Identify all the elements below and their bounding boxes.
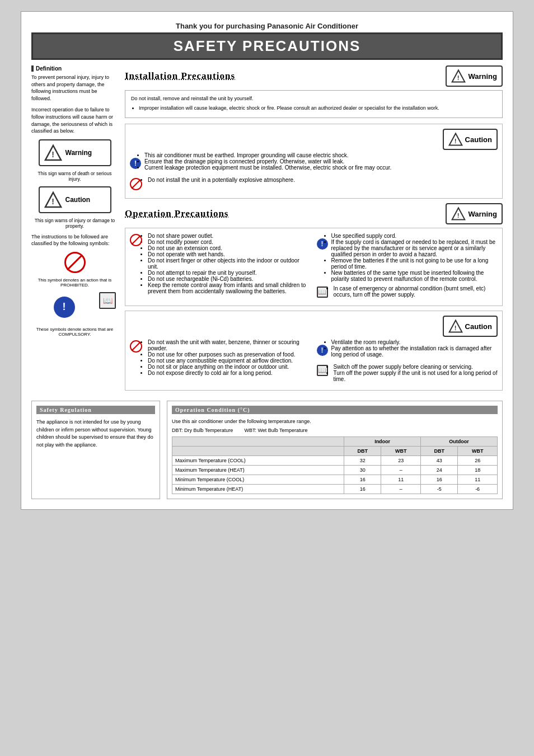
header-safety-title: SAFETY PRECAUTIONS — [31, 32, 503, 60]
main-layout: Definition To prevent personal injury, i… — [31, 65, 503, 395]
definition-title: Definition — [31, 65, 118, 72]
compulsory-book-icon: 📖 — [99, 292, 116, 309]
op-caution-label: Caution — [465, 322, 492, 331]
table-outdoor-dbt: DBT — [421, 447, 458, 456]
op-caut-right-items2: Switch off the power supply before clean… — [334, 364, 498, 382]
op-caut-left-row: Do not wash the unit with water, benzene… — [130, 339, 311, 376]
install-intro2: Improper installation will cause leakage… — [139, 105, 496, 112]
op-warn-left-row: Do not share power outlet. Do not modify… — [130, 233, 311, 294]
op-caut-right-row2: 📖 Switch off the power supply before cle… — [317, 364, 498, 382]
table-row: Minimum Temperature (HEAT) 16 – -5 -6 — [172, 485, 498, 494]
operation-warning-section: Do not share power outlet. Do not modify… — [125, 228, 503, 306]
row1-odbt: 24 — [421, 466, 458, 475]
row3-owbt: -6 — [458, 485, 498, 494]
header-thank-you: Thank you for purchasing Panasonic Air C… — [31, 22, 503, 30]
op-condition-intro: Use this air conditioner under the follo… — [172, 419, 498, 424]
table-outdoor-header: Outdoor — [421, 437, 498, 447]
op-caut-left-4: Do not expose directly to cold air for a… — [148, 370, 311, 376]
installation-caution-badge: ! Caution — [443, 129, 498, 150]
install-warning-icon: ! — [451, 69, 466, 83]
table-indoor-wbt: WBT — [381, 447, 421, 456]
operation-title: Operation Precautions — [125, 208, 228, 219]
row1-owbt: 18 — [458, 466, 498, 475]
op-warn-left-2: Do not use an extension cord. — [148, 245, 311, 251]
row0-odbt: 43 — [421, 456, 458, 466]
temperature-table: Indoor Outdoor DBT WBT DBT WBT Maximum T… — [172, 436, 498, 494]
op-caut-right2-0: Switch off the power supply before clean… — [334, 364, 498, 370]
install-caution-icon: ! — [448, 132, 463, 147]
dbt-label: DBT: Dry Bulb Temperature — [172, 428, 233, 433]
op-warn-right-items: Use specified supply cord. If the supply… — [331, 233, 498, 282]
row3-idbt: 16 — [344, 485, 381, 494]
op-warn-right-row: ! Use specified supply cord. If the supp… — [317, 233, 498, 282]
op-caut-left-2: Do not use any combustible equipment at … — [148, 358, 311, 364]
row3-label: Minimum Temperature (HEAT) — [172, 485, 344, 494]
op-warn-left-4: Do not insert finger or other objects in… — [148, 257, 311, 270]
svg-text:!: ! — [454, 138, 456, 144]
row3-odbt: -5 — [421, 485, 458, 494]
op-warn-emergency-item: In case of emergency or abnormal conditi… — [334, 285, 498, 298]
install-caution-item-1: Ensure that the drainage piping is conne… — [144, 158, 498, 165]
installation-title: Installation Precautions — [125, 71, 235, 82]
op-warn-right-0: Use specified supply cord. — [331, 233, 498, 239]
bottom-section: Safety Regulation The appliance is not i… — [31, 401, 503, 499]
install-caution-item-3-wrap: Do not install the unit in a potentially… — [148, 177, 498, 183]
installation-warning-box: Do not install, remove and reinstall the… — [125, 90, 503, 118]
row3-iwbt: – — [381, 485, 421, 494]
compulsory-icon-1: ! — [130, 153, 141, 173]
op-caut-left-0: Do not wash the unit with water, benzene… — [148, 339, 311, 351]
svg-text:!: ! — [51, 150, 54, 159]
row2-owbt: 11 — [458, 475, 498, 485]
definition-column: Definition To prevent personal injury, i… — [31, 65, 118, 395]
installation-caution-section: ! Caution ! This air conditioner must be… — [125, 124, 503, 199]
operation-header: Operation Precautions ! Warning — [125, 203, 503, 224]
install-intro1: Do not install, remove and reinstall the… — [131, 95, 496, 103]
op-warn-left-0: Do not share power outlet. — [148, 233, 311, 239]
row2-odbt: 16 — [421, 475, 458, 485]
op-warn-left-6: Do not use rechargeable (Ni-Cd) batterie… — [148, 276, 311, 282]
operation-condition-section: Operation Condition (°C) Use this air co… — [167, 401, 503, 499]
safety-reg-text: The appliance is not intended for use by… — [36, 419, 155, 449]
caution-caption: This sign warns of injury or damage to p… — [31, 218, 118, 229]
row2-label: Minimum Temperature (COOL) — [172, 475, 344, 485]
table-row: Maximum Temperature (COOL) 32 23 43 26 — [172, 456, 498, 466]
row0-owbt: 26 — [458, 456, 498, 466]
compulsory-icon-op2: ! — [317, 340, 328, 360]
warning-label: Warning — [65, 149, 92, 157]
row2-idbt: 16 — [344, 475, 381, 485]
install-caution-row1: ! This air conditioner must be earthed. … — [130, 152, 498, 173]
table-col-label — [172, 437, 344, 447]
operation-caution-badge: ! Caution — [443, 316, 498, 337]
compulsory-icon-op1: ! — [317, 234, 328, 254]
op-warn-emergency-row: 📖 In case of emergency or abnormal condi… — [317, 285, 498, 298]
caution-label: Caution — [65, 196, 91, 204]
row2-iwbt: 11 — [381, 475, 421, 485]
op-caution-left-col: Do not wash the unit with water, benzene… — [130, 339, 311, 386]
safety-regulation-section: Safety Regulation The appliance is not i… — [31, 401, 160, 499]
svg-text:!: ! — [457, 212, 460, 219]
table-row: Maximum Temperature (HEAT) 30 – 24 18 — [172, 466, 498, 475]
op-caut-left-items: Do not wash the unit with water, benzene… — [148, 339, 311, 376]
right-column: Installation Precautions ! Warning Do no… — [125, 65, 503, 395]
op-warn-left-1: Do not modify power cord. — [148, 239, 311, 245]
operation-warning-badge: ! Warning — [446, 203, 503, 224]
svg-text:!: ! — [454, 325, 456, 331]
op-warn-right-1: If the supply cord is damaged or needed … — [331, 239, 498, 257]
warning-caption: This sign warns of death or serious inju… — [31, 171, 118, 182]
install-caution-label: Caution — [465, 135, 492, 144]
safety-reg-title: Safety Regulation — [36, 406, 155, 414]
op-caut-left-1: Do not use for other purposes such as pr… — [148, 351, 311, 358]
row0-iwbt: 23 — [381, 456, 421, 466]
row1-idbt: 30 — [344, 466, 381, 475]
op-caution-badge-row: ! Caution — [130, 316, 498, 337]
compulsory-exclaim-icon: ! — [54, 297, 75, 318]
op-warn-left-items: Do not share power outlet. Do not modify… — [148, 233, 311, 294]
row0-label: Maximum Temperature (COOL) — [172, 456, 344, 466]
op-warning-icon: ! — [451, 206, 466, 221]
op-caution-icon: ! — [448, 319, 463, 334]
warning-triangle-icon: ! — [44, 144, 62, 162]
table-row: Minimum Temperature (COOL) 16 11 16 11 — [172, 475, 498, 485]
install-caution-item-3: Do not install the unit in a potentially… — [148, 177, 498, 183]
op-caut-right-0: Ventilate the room regularly. — [331, 339, 498, 345]
temp-legend: DBT: Dry Bulb Temperature WBT: Wet Bulb … — [172, 428, 498, 433]
